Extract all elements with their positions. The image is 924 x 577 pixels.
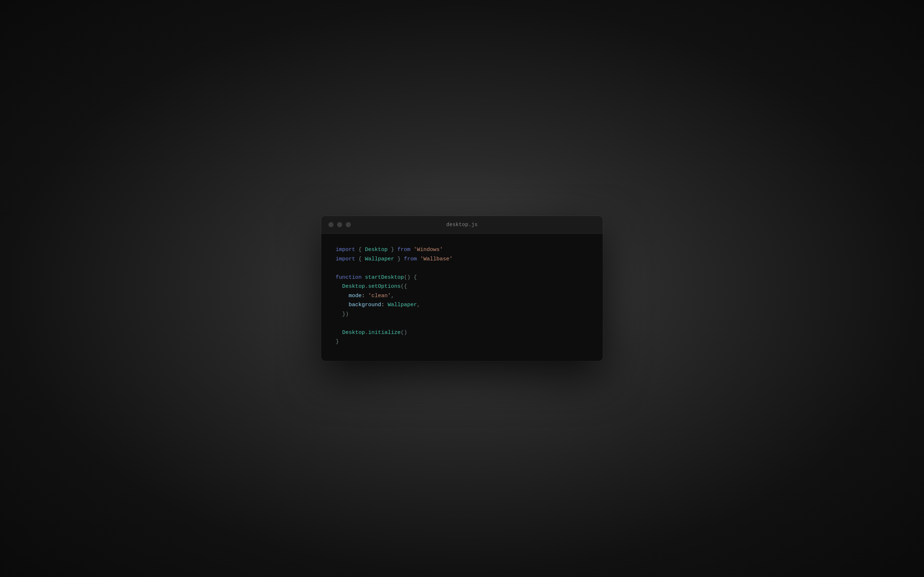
- close-brace: }: [336, 338, 339, 345]
- code-line-10: Desktop.initialize(): [336, 328, 588, 338]
- punct: {: [355, 247, 365, 253]
- parens: (): [401, 330, 407, 336]
- space: [384, 302, 388, 308]
- code-area: import { Desktop } from 'Windows' import…: [321, 234, 603, 361]
- code-line-7: background: Wallpaper,: [336, 300, 588, 310]
- space: [417, 256, 420, 262]
- code-line-6: mode: 'clean',: [336, 292, 588, 301]
- string-value: 'clean': [368, 293, 391, 299]
- class-name: Desktop: [342, 284, 365, 290]
- blank-line-2: [336, 319, 588, 328]
- comma: ,: [417, 302, 420, 308]
- colon: :: [381, 302, 384, 308]
- window-title: desktop.js: [446, 222, 478, 227]
- function-name: startDesktop: [365, 274, 404, 280]
- punct: .: [365, 284, 368, 290]
- traffic-lights: [328, 222, 351, 227]
- from-keyword: from: [397, 247, 410, 253]
- property: background: [349, 302, 381, 308]
- colon: :: [362, 293, 365, 299]
- punct: }: [388, 247, 397, 253]
- space: [365, 293, 368, 299]
- editor-window: desktop.js import { Desktop } from 'Wind…: [321, 216, 603, 361]
- punct: }: [394, 256, 404, 262]
- dot: .: [365, 330, 368, 336]
- close-punct: }): [336, 311, 349, 318]
- from-keyword: from: [404, 256, 417, 262]
- code-line-11: }: [336, 337, 588, 347]
- keyword: function: [336, 274, 362, 280]
- class-name: Wallpaper: [365, 256, 394, 262]
- keyword: import: [336, 247, 355, 253]
- class-name: Desktop: [365, 247, 388, 253]
- code-line-4: function startDesktop() {: [336, 273, 588, 282]
- minimize-button-icon[interactable]: [337, 222, 342, 227]
- indent: [336, 284, 342, 290]
- indent: [336, 302, 349, 308]
- comma: ,: [391, 293, 394, 299]
- maximize-button-icon[interactable]: [346, 222, 351, 227]
- class-ref: Wallpaper: [388, 302, 417, 308]
- punct: ({: [401, 284, 407, 290]
- property: mode: [349, 293, 362, 299]
- code-line-8: }): [336, 310, 588, 319]
- string: 'Wallbase': [420, 256, 452, 262]
- code-line-1: import { Desktop } from 'Windows': [336, 245, 588, 255]
- code-line-2: import { Wallpaper } from 'Wallbase': [336, 255, 588, 264]
- title-bar: desktop.js: [321, 216, 603, 234]
- indent: [336, 293, 349, 299]
- indent: [336, 330, 342, 336]
- punct: {: [355, 256, 365, 262]
- method-name: setOptions: [368, 284, 401, 290]
- class-name: Desktop: [342, 330, 365, 336]
- code-line-5: Desktop.setOptions({: [336, 282, 588, 292]
- string: 'Windows': [414, 247, 443, 253]
- punct: () {: [404, 274, 417, 280]
- close-button-icon[interactable]: [328, 222, 333, 227]
- method-name: initialize: [368, 330, 401, 336]
- space: [410, 247, 414, 253]
- space: [362, 274, 365, 280]
- keyword: import: [336, 256, 355, 262]
- blank-line: [336, 264, 588, 273]
